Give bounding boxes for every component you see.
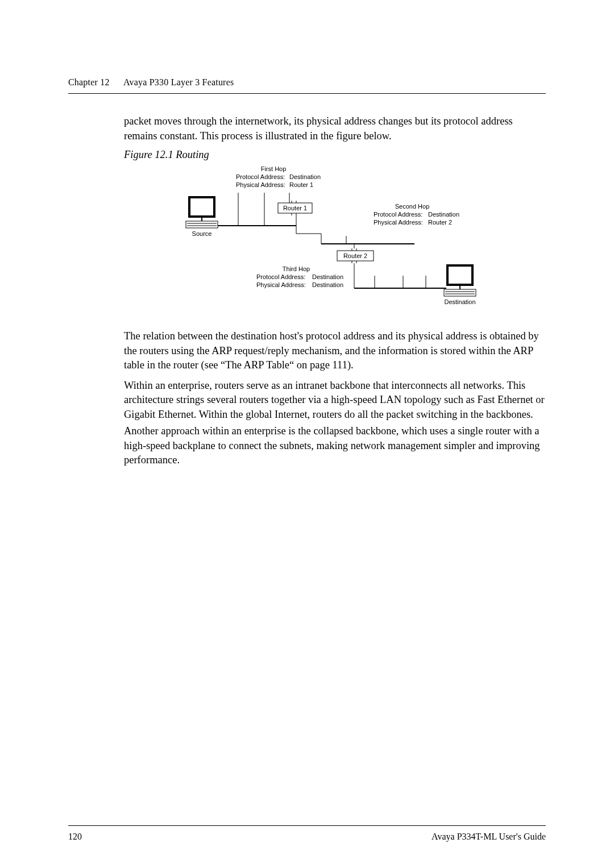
body-paragraph-3: Another approach within an enterprise is…	[124, 424, 546, 468]
destination-label: Destination	[444, 298, 475, 305]
body-paragraph-2: Within an enterprise, routers serve as a…	[124, 379, 546, 422]
header-rule	[68, 93, 546, 94]
body-paragraph-1: The relation between the destination hos…	[124, 329, 546, 373]
router1-icon: Router 1	[278, 201, 312, 215]
footer-rule	[68, 825, 546, 826]
second-ph-value: Router 2	[428, 219, 452, 226]
page-number: 120	[68, 832, 82, 842]
second-pa-value: Destination	[428, 211, 459, 218]
figure-caption: Figure 12.1 Routing	[124, 149, 546, 161]
svg-rect-1	[186, 221, 218, 228]
router1-label: Router 1	[283, 205, 307, 211]
second-pa-label: Protocol Address:	[374, 211, 422, 218]
svg-rect-0	[189, 197, 214, 217]
page-footer: 120 Avaya P334T-ML User's Guide	[68, 832, 546, 842]
page-header: Chapter 12 Avaya P330 Layer 3 Features	[68, 77, 546, 88]
third-ph-value: Destination	[312, 281, 343, 288]
third-ph-label: Physical Address:	[256, 281, 306, 288]
first-ph-value: Router 1	[289, 181, 313, 188]
third-pa-value: Destination	[312, 273, 343, 280]
second-ph-label: Physical Address:	[374, 219, 423, 226]
third-hop-title: Third Hop	[283, 265, 310, 272]
source-computer-icon	[186, 197, 218, 228]
chapter-title: Avaya P330 Layer 3 Features	[123, 77, 234, 87]
svg-rect-15	[447, 265, 472, 285]
routing-diagram: First Hop Protocol Address: Destination …	[176, 164, 494, 312]
second-hop-title: Second Hop	[395, 203, 430, 210]
first-pa-value: Destination	[289, 173, 321, 180]
first-hop-title: First Hop	[261, 165, 287, 172]
destination-computer-icon	[444, 265, 476, 296]
svg-rect-16	[444, 289, 476, 296]
source-label: Source	[192, 230, 212, 237]
third-pa-label: Protocol Address:	[256, 273, 305, 280]
intro-paragraph: packet moves through the internetwork, i…	[124, 114, 546, 143]
router2-icon: Router 2	[337, 248, 374, 263]
router2-label: Router 2	[343, 252, 367, 259]
first-pa-label: Protocol Address:	[236, 173, 285, 180]
document-title: Avaya P334T-ML User's Guide	[432, 832, 546, 842]
chapter-label: Chapter 12	[68, 77, 110, 87]
first-ph-label: Physical Address:	[236, 181, 285, 188]
